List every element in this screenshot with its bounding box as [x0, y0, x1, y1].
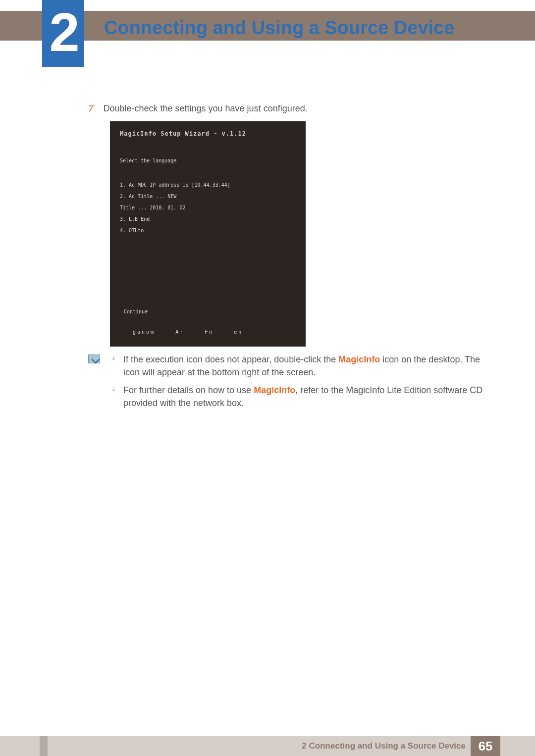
- note-item: For further details on how to use MagicI…: [112, 384, 489, 409]
- footer-gutter: [40, 736, 48, 756]
- wizard-line: 2. Ac Title ... NEW: [120, 194, 296, 199]
- step-number: 7: [88, 103, 98, 114]
- wizard-key: Fn: [205, 329, 214, 335]
- wizard-subtitle: Select the language: [120, 158, 296, 163]
- wizard-key: en: [234, 329, 243, 335]
- wizard-footer-label: Continue: [124, 309, 148, 314]
- wizard-line: 1. Ac MDC IP address is [10.44.33.44]: [120, 182, 296, 188]
- page-footer: 2 Connecting and Using a Source Device 6…: [0, 736, 535, 756]
- notes-block: If the execution icon does not appear, d…: [112, 353, 489, 414]
- wizard-footer-keys: ganom Ar Fn en: [133, 329, 259, 335]
- wizard-screenshot: MagicInfo Setup Wizard - v.1.12 Select t…: [110, 121, 306, 347]
- note-item: If the execution icon does not appear, d…: [112, 353, 489, 379]
- wizard-key: ganom: [133, 329, 155, 335]
- note-text: If the execution icon does not appear, d…: [123, 354, 338, 364]
- wizard-title: MagicInfo Setup Wizard - v.1.12: [120, 130, 296, 137]
- wizard-line: Title ... 2010. 01. 02: [120, 205, 296, 210]
- wizard-key: Ar: [175, 329, 184, 335]
- note-text: For further details on how to use: [123, 385, 254, 395]
- wizard-line: 3. LtE End: [120, 216, 296, 222]
- step-text: Double-check the settings you have just …: [103, 103, 307, 114]
- highlight-magicinfo: MagicInfo: [338, 354, 380, 364]
- chapter-title: Connecting and Using a Source Device: [104, 17, 454, 39]
- highlight-magicinfo: MagicInfo: [254, 385, 295, 395]
- chapter-number: 2: [42, 0, 84, 64]
- note-icon: [88, 354, 100, 363]
- footer-chapter-label: 2 Connecting and Using a Source Device: [302, 741, 466, 751]
- step-7: 7 Double-check the settings you have jus…: [88, 103, 489, 114]
- wizard-line: 4. OTLto: [120, 228, 296, 233]
- page-number: 65: [471, 736, 500, 756]
- wizard-lines: 1. Ac MDC IP address is [10.44.33.44] 2.…: [120, 182, 296, 233]
- chapter-badge: 2: [42, 0, 84, 67]
